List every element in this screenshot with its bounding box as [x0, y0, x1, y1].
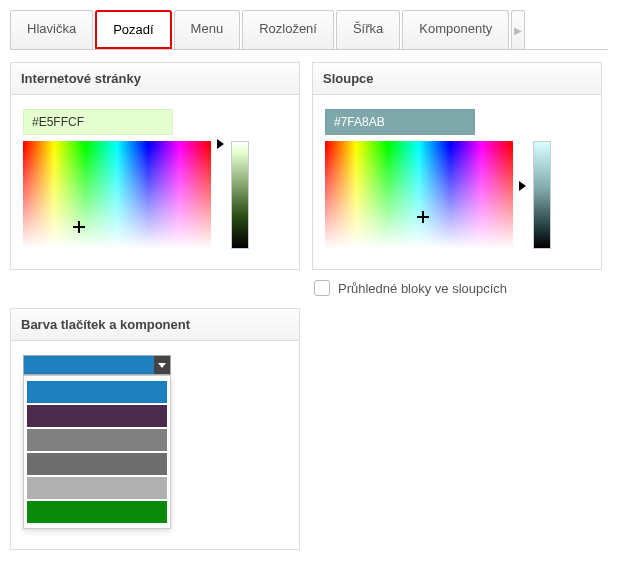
color-option-3[interactable] — [27, 453, 167, 475]
panel-columns-title: Sloupce — [313, 63, 601, 95]
tab-menu[interactable]: Menu — [174, 10, 241, 49]
panel-button-color: Barva tlačítek a komponent — [10, 308, 300, 550]
web-shade-pointer-icon — [217, 139, 224, 149]
panel-button-color-title: Barva tlačítek a komponent — [11, 309, 299, 341]
columns-shade-slider[interactable] — [533, 141, 551, 249]
color-option-5[interactable] — [27, 501, 167, 523]
tabs-bar: Hlavička Pozadí Menu Rozložení Šířka Kom… — [10, 10, 608, 50]
tab-rozlozeni[interactable]: Rozložení — [242, 10, 334, 49]
panel-columns: Sloupce #7FA8AB — [312, 62, 602, 270]
transparent-blocks-checkbox[interactable] — [314, 280, 330, 296]
color-option-1[interactable] — [27, 405, 167, 427]
button-color-options — [23, 375, 171, 529]
panel-web-pages: Internetové stránky #E5FFCF — [10, 62, 300, 270]
columns-picker-crosshair — [417, 211, 429, 223]
tab-sirka[interactable]: Šířka — [336, 10, 400, 49]
tab-scroll-right[interactable]: ▶ — [511, 10, 525, 49]
columns-hue-saturation-picker[interactable] — [325, 141, 513, 249]
tab-hlavicka[interactable]: Hlavička — [10, 10, 93, 49]
columns-color-value[interactable]: #7FA8AB — [325, 109, 475, 135]
web-hue-saturation-picker[interactable] — [23, 141, 211, 249]
web-color-value[interactable]: #E5FFCF — [23, 109, 173, 135]
web-picker-crosshair — [73, 221, 85, 233]
tab-komponenty[interactable]: Komponenty — [402, 10, 509, 49]
panel-web-title: Internetové stránky — [11, 63, 299, 95]
color-option-4[interactable] — [27, 477, 167, 499]
button-color-dropdown-toggle[interactable] — [154, 356, 170, 374]
panels-row-2: Barva tlačítek a komponent — [10, 308, 608, 550]
transparent-blocks-label: Průhledné bloky ve sloupcích — [338, 281, 507, 296]
button-color-current[interactable] — [23, 355, 171, 375]
color-option-0[interactable] — [27, 381, 167, 403]
web-shade-slider[interactable] — [231, 141, 249, 249]
chevron-right-icon: ▶ — [514, 25, 522, 36]
color-option-2[interactable] — [27, 429, 167, 451]
tab-pozadi[interactable]: Pozadí — [95, 10, 171, 49]
columns-shade-pointer-icon — [519, 181, 526, 191]
chevron-down-icon — [158, 363, 166, 368]
panels-row-1: Internetové stránky #E5FFCF Sloupce #7FA… — [10, 62, 608, 296]
